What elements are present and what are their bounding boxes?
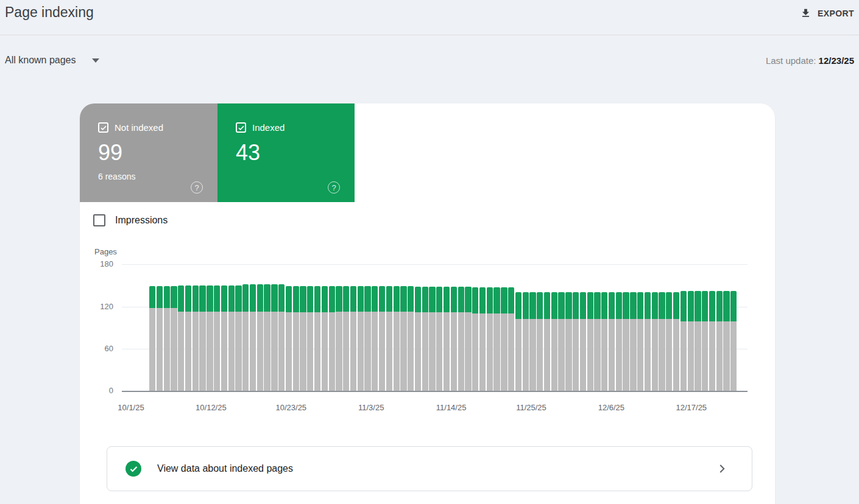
chart-bar[interactable] [573,292,579,391]
chart-bar[interactable] [702,291,708,391]
chart-bar[interactable] [400,286,406,391]
chart-bar[interactable] [508,287,514,391]
chart-bar[interactable] [609,292,615,391]
chart-bar[interactable] [149,286,155,391]
chart-bar[interactable] [379,286,385,391]
chart-bar[interactable] [487,287,493,391]
chart-bar[interactable] [730,291,737,391]
chart-bar[interactable] [594,292,600,391]
chart-bar[interactable] [544,292,550,391]
chart-bar[interactable] [199,285,205,391]
chart-bar[interactable] [515,292,521,391]
chart-bar[interactable] [479,287,486,391]
chart-bar[interactable] [551,292,557,391]
chart-bar[interactable] [659,292,665,391]
chart-bar[interactable] [436,287,442,391]
chart-bar[interactable] [293,286,299,391]
chart-bar[interactable] [695,291,701,391]
tab-indexed[interactable]: Indexed 43 ? [217,103,355,202]
chart-bar[interactable] [444,287,450,391]
chart-bar[interactable] [207,285,213,391]
chart-bar[interactable] [673,292,679,391]
chart-bar[interactable] [501,287,507,391]
chart-bar[interactable] [214,285,220,391]
chart-bar[interactable] [616,292,622,391]
chart-bar[interactable] [688,291,694,391]
chart-bar[interactable] [307,286,313,391]
pages-filter-dropdown[interactable]: All known pages [5,55,99,66]
chart-bar[interactable] [652,292,658,391]
bar-segment-not-indexed [673,319,679,391]
chart-bar[interactable] [329,286,335,391]
chart-bar[interactable] [300,286,306,391]
bar-segment-indexed [322,286,328,312]
chart-bar[interactable] [394,286,400,391]
chart-bar[interactable] [422,287,428,391]
chart-bar[interactable] [429,287,435,391]
chart-bar[interactable] [364,286,370,391]
chart-bar[interactable] [645,292,651,391]
impressions-checkbox[interactable] [93,214,105,226]
chart-bar[interactable] [350,286,356,391]
chart-bar[interactable] [630,292,636,391]
chart-bar[interactable] [228,285,235,391]
chart-bar[interactable] [472,287,478,391]
chart-bar[interactable] [257,284,263,391]
chart-bar[interactable] [386,286,392,391]
chart-bar[interactable] [408,286,414,391]
chart-bar[interactable] [164,286,170,391]
chart-bar[interactable] [336,286,342,391]
chart-bar[interactable] [465,287,471,391]
chart-bar[interactable] [493,287,500,391]
chart-bar[interactable] [185,285,191,391]
bar-segment-indexed [242,284,249,312]
view-data-row[interactable]: View data about indexed pages [107,446,752,491]
chart-bar[interactable] [680,291,687,391]
chart-bar[interactable] [587,292,593,391]
bar-segment-indexed [673,292,679,319]
help-icon[interactable]: ? [328,181,340,194]
chart-bar[interactable] [171,286,177,391]
export-button[interactable]: EXPORT [796,5,858,21]
chart-bar[interactable] [250,284,256,391]
chart-bar[interactable] [601,292,607,391]
chart-bar[interactable] [451,287,457,391]
chart-bar[interactable] [193,285,199,391]
chart-bar[interactable] [343,286,349,391]
not-indexed-checkbox[interactable] [98,122,108,133]
chart-bar[interactable] [372,286,378,391]
chart-bar[interactable] [723,291,729,391]
help-icon[interactable]: ? [191,181,203,194]
indexed-checkbox[interactable] [236,122,246,133]
impressions-toggle[interactable]: Impressions [93,214,168,226]
chart-bar[interactable] [235,285,241,391]
chart-bar[interactable] [178,285,184,391]
chart-bar[interactable] [666,292,672,391]
bar-segment-not-indexed [558,319,564,391]
chart-bar[interactable] [322,286,328,391]
chart-bar[interactable] [271,284,277,391]
bar-segment-not-indexed [307,312,313,391]
chart-bar[interactable] [314,286,320,391]
chart-bar[interactable] [458,287,464,391]
chart-bar[interactable] [523,292,529,391]
chart-bar[interactable] [565,292,571,391]
download-icon [800,7,811,19]
chart-bar[interactable] [716,291,723,391]
chart-bar[interactable] [264,284,270,391]
chart-bar[interactable] [242,284,249,391]
chart-bar[interactable] [278,284,285,391]
chart-bar[interactable] [157,286,163,391]
chart-bar[interactable] [537,292,543,391]
tab-not-indexed[interactable]: Not indexed 99 6 reasons ? [80,103,217,202]
chart-bar[interactable] [709,291,715,391]
chart-bar[interactable] [623,292,629,391]
chart-bar[interactable] [415,287,421,391]
chart-bar[interactable] [580,292,586,391]
chart-bar[interactable] [286,286,292,391]
chart-bar[interactable] [558,292,564,391]
chart-bar[interactable] [358,286,364,391]
chart-bar[interactable] [221,285,227,391]
chart-bar[interactable] [529,292,536,391]
chart-bar[interactable] [637,292,643,391]
